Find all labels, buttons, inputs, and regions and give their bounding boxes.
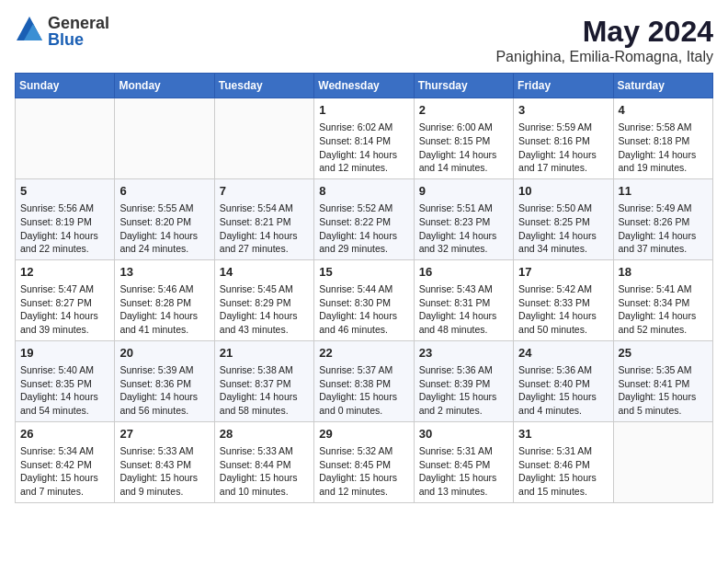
calendar-cell: 1Sunrise: 6:02 AMSunset: 8:14 PMDaylight… <box>314 98 414 179</box>
day-info: Sunrise: 5:42 AM <box>518 282 608 296</box>
day-number: 20 <box>119 345 209 362</box>
day-info: and 17 minutes. <box>518 161 608 175</box>
day-info: and 12 minutes. <box>319 161 408 175</box>
day-info: Sunset: 8:19 PM <box>20 215 109 229</box>
day-number: 2 <box>419 102 508 119</box>
day-info: and 9 minutes. <box>119 485 209 499</box>
day-info: and 10 minutes. <box>220 485 309 499</box>
day-info: and 54 minutes. <box>20 404 109 418</box>
calendar-week-row: 12Sunrise: 5:47 AMSunset: 8:27 PMDayligh… <box>16 259 713 340</box>
day-info: Sunset: 8:27 PM <box>20 296 109 310</box>
day-info: Sunset: 8:35 PM <box>20 377 109 391</box>
day-info: and 2 minutes. <box>419 404 508 418</box>
calendar-cell: 2Sunrise: 6:00 AMSunset: 8:15 PMDaylight… <box>414 98 513 179</box>
day-info: Daylight: 15 hours <box>619 390 708 404</box>
day-info: Daylight: 14 hours <box>119 390 209 404</box>
calendar-cell: 23Sunrise: 5:36 AMSunset: 8:39 PMDayligh… <box>414 340 513 421</box>
day-info: Sunrise: 5:44 AM <box>319 282 408 296</box>
day-info: Sunset: 8:29 PM <box>220 296 309 310</box>
day-info: and 13 minutes. <box>419 485 508 499</box>
day-info: Sunrise: 5:43 AM <box>419 282 508 296</box>
day-info: Daylight: 14 hours <box>220 309 309 323</box>
calendar-cell: 26Sunrise: 5:34 AMSunset: 8:42 PMDayligh… <box>16 421 115 502</box>
day-number: 28 <box>220 426 309 442</box>
day-info: Sunset: 8:36 PM <box>119 377 209 391</box>
logo-blue: Blue <box>48 31 109 48</box>
day-number: 24 <box>518 345 608 362</box>
day-number: 30 <box>419 426 508 442</box>
day-info: Sunrise: 5:50 AM <box>518 201 608 215</box>
day-info: Sunset: 8:43 PM <box>119 458 209 472</box>
day-info: Daylight: 15 hours <box>119 471 209 485</box>
calendar-week-row: 5Sunrise: 5:56 AMSunset: 8:19 PMDaylight… <box>16 178 713 259</box>
day-info: and 43 minutes. <box>220 323 309 337</box>
calendar-cell <box>613 421 712 502</box>
day-info: Sunrise: 5:47 AM <box>20 282 109 296</box>
day-info: Daylight: 14 hours <box>119 229 209 243</box>
day-info: and 22 minutes. <box>20 242 109 256</box>
day-info: Daylight: 14 hours <box>419 309 508 323</box>
calendar-cell: 18Sunrise: 5:41 AMSunset: 8:34 PMDayligh… <box>613 259 712 340</box>
calendar-week-row: 19Sunrise: 5:40 AMSunset: 8:35 PMDayligh… <box>16 340 713 421</box>
day-info: Sunrise: 5:39 AM <box>119 363 209 377</box>
month-year: May 2024 <box>495 15 713 49</box>
calendar-cell: 14Sunrise: 5:45 AMSunset: 8:29 PMDayligh… <box>214 259 313 340</box>
day-info: Sunset: 8:26 PM <box>619 215 708 229</box>
day-info: Daylight: 15 hours <box>20 471 109 485</box>
day-info: Daylight: 14 hours <box>220 229 309 243</box>
day-info: Sunrise: 5:58 AM <box>619 121 708 134</box>
day-info: Sunset: 8:41 PM <box>619 377 708 391</box>
day-info: Sunrise: 5:36 AM <box>419 363 508 377</box>
day-info: Sunrise: 5:41 AM <box>619 282 708 296</box>
weekday-header-saturday: Saturday <box>613 74 712 98</box>
calendar-cell <box>16 98 115 179</box>
weekday-header-tuesday: Tuesday <box>214 74 313 98</box>
day-info: Sunset: 8:37 PM <box>220 377 309 391</box>
title-block: May 2024 Panighina, Emilia-Romagna, Ital… <box>495 15 713 65</box>
day-info: Sunrise: 5:55 AM <box>119 201 209 215</box>
day-info: and 56 minutes. <box>119 404 209 418</box>
day-number: 19 <box>20 345 109 362</box>
day-number: 9 <box>419 183 508 200</box>
day-number: 10 <box>518 183 608 200</box>
day-info: and 27 minutes. <box>220 242 309 256</box>
day-info: Sunrise: 5:31 AM <box>518 444 608 458</box>
day-number: 15 <box>319 264 408 281</box>
day-info: Daylight: 14 hours <box>518 309 608 323</box>
day-info: and 19 minutes. <box>619 161 708 175</box>
day-info: Sunset: 8:42 PM <box>20 458 109 472</box>
day-number: 31 <box>518 426 608 442</box>
day-info: Daylight: 14 hours <box>419 229 508 243</box>
day-number: 5 <box>20 183 109 200</box>
calendar-cell: 8Sunrise: 5:52 AMSunset: 8:22 PMDaylight… <box>314 178 414 259</box>
day-info: and 41 minutes. <box>119 323 209 337</box>
day-number: 26 <box>20 426 109 442</box>
day-info: Daylight: 14 hours <box>319 309 408 323</box>
calendar-cell: 12Sunrise: 5:47 AMSunset: 8:27 PMDayligh… <box>16 259 115 340</box>
day-info: Daylight: 15 hours <box>319 390 408 404</box>
calendar-cell: 31Sunrise: 5:31 AMSunset: 8:46 PMDayligh… <box>514 421 613 502</box>
day-info: Sunrise: 5:36 AM <box>518 363 608 377</box>
calendar-cell: 6Sunrise: 5:55 AMSunset: 8:20 PMDaylight… <box>115 178 214 259</box>
day-info: Daylight: 14 hours <box>20 309 109 323</box>
day-info: and 34 minutes. <box>518 242 608 256</box>
day-info: and 14 minutes. <box>419 161 508 175</box>
calendar-cell: 9Sunrise: 5:51 AMSunset: 8:23 PMDaylight… <box>414 178 513 259</box>
day-info: and 50 minutes. <box>518 323 608 337</box>
day-info: Sunrise: 6:02 AM <box>319 121 408 134</box>
day-info: Daylight: 15 hours <box>220 471 309 485</box>
day-number: 13 <box>119 264 209 281</box>
day-info: Sunrise: 5:38 AM <box>220 363 309 377</box>
day-info: Sunrise: 5:49 AM <box>619 201 708 215</box>
day-number: 6 <box>119 183 209 200</box>
day-info: and 39 minutes. <box>20 323 109 337</box>
day-info: Sunset: 8:28 PM <box>119 296 209 310</box>
weekday-header-monday: Monday <box>115 74 214 98</box>
day-info: Sunrise: 5:52 AM <box>319 201 408 215</box>
day-info: Sunrise: 5:34 AM <box>20 444 109 458</box>
day-info: Sunset: 8:38 PM <box>319 377 408 391</box>
day-info: and 24 minutes. <box>119 242 209 256</box>
calendar-cell <box>214 98 313 179</box>
day-info: Daylight: 14 hours <box>619 148 708 162</box>
day-number: 25 <box>619 345 708 362</box>
